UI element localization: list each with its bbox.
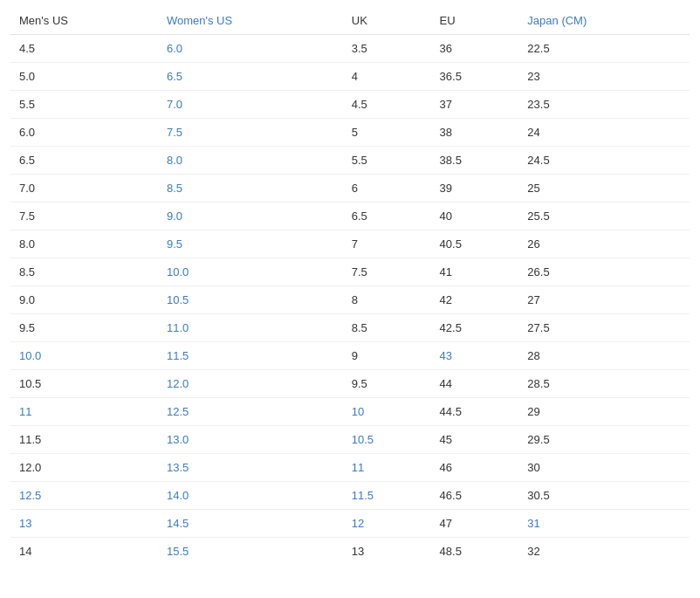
cell-mens: 12.0 bbox=[10, 454, 158, 482]
table-row: 7.59.06.54025.5 bbox=[10, 203, 690, 230]
cell-mens: 7.0 bbox=[10, 175, 158, 203]
header-womens-us: Women's US bbox=[158, 7, 343, 35]
cell-mens: 10.0 bbox=[10, 342, 158, 370]
cell-japan: 30.5 bbox=[518, 482, 690, 510]
cell-uk: 5.5 bbox=[343, 147, 431, 175]
cell-uk: 6 bbox=[343, 175, 431, 203]
table-row: 6.58.05.538.524.5 bbox=[10, 147, 690, 175]
cell-eu: 48.5 bbox=[431, 538, 519, 566]
cell-uk: 4.5 bbox=[343, 91, 431, 119]
cell-uk: 7 bbox=[343, 230, 431, 258]
cell-japan: 29.5 bbox=[518, 426, 690, 454]
cell-womens: 9.0 bbox=[158, 203, 343, 230]
cell-uk: 12 bbox=[343, 510, 431, 538]
cell-womens: 7.5 bbox=[158, 119, 343, 147]
cell-mens: 11.5 bbox=[10, 426, 158, 454]
header-japan: Japan (CM) bbox=[518, 7, 690, 35]
cell-uk: 7.5 bbox=[343, 258, 431, 286]
cell-mens: 6.0 bbox=[10, 119, 158, 147]
cell-japan: 31 bbox=[518, 510, 690, 538]
cell-japan: 28 bbox=[518, 342, 690, 370]
cell-eu: 37 bbox=[431, 91, 519, 119]
cell-japan: 27 bbox=[518, 286, 690, 314]
cell-eu: 39 bbox=[431, 175, 519, 203]
cell-japan: 32 bbox=[518, 538, 690, 566]
cell-japan: 26 bbox=[518, 230, 690, 258]
cell-uk: 9.5 bbox=[343, 370, 431, 398]
cell-womens: 11.0 bbox=[158, 314, 343, 342]
cell-womens: 14.0 bbox=[158, 482, 343, 510]
cell-japan: 29 bbox=[518, 398, 690, 426]
cell-uk: 3.5 bbox=[343, 35, 431, 63]
cell-uk: 9 bbox=[343, 342, 431, 370]
cell-mens: 14 bbox=[10, 538, 158, 566]
cell-uk: 13 bbox=[343, 538, 431, 566]
cell-japan: 30 bbox=[518, 454, 690, 482]
size-chart-container: Men's US Women's US UK EU Japan (CM) 4.5… bbox=[0, 0, 700, 572]
cell-womens: 12.5 bbox=[158, 398, 343, 426]
table-row: 1112.51044.529 bbox=[10, 398, 690, 426]
cell-mens: 8.0 bbox=[10, 230, 158, 258]
cell-eu: 42 bbox=[431, 286, 519, 314]
cell-eu: 44 bbox=[431, 370, 519, 398]
cell-eu: 40.5 bbox=[431, 230, 519, 258]
cell-uk: 8 bbox=[343, 286, 431, 314]
cell-mens: 9.0 bbox=[10, 286, 158, 314]
cell-womens: 6.5 bbox=[158, 63, 343, 91]
table-row: 6.07.553824 bbox=[10, 119, 690, 147]
table-row: 9.010.584227 bbox=[10, 286, 690, 314]
cell-eu: 45 bbox=[431, 426, 519, 454]
cell-mens: 12.5 bbox=[10, 482, 158, 510]
table-row: 10.011.594328 bbox=[10, 342, 690, 370]
cell-eu: 40 bbox=[431, 203, 519, 230]
cell-uk: 6.5 bbox=[343, 203, 431, 230]
size-chart-table: Men's US Women's US UK EU Japan (CM) 4.5… bbox=[10, 7, 690, 565]
table-row: 12.514.011.546.530.5 bbox=[10, 482, 690, 510]
cell-japan: 23 bbox=[518, 63, 690, 91]
cell-japan: 28.5 bbox=[518, 370, 690, 398]
cell-eu: 44.5 bbox=[431, 398, 519, 426]
cell-mens: 4.5 bbox=[10, 35, 158, 63]
cell-eu: 42.5 bbox=[431, 314, 519, 342]
cell-mens: 5.0 bbox=[10, 63, 158, 91]
table-header-row: Men's US Women's US UK EU Japan (CM) bbox=[10, 7, 690, 35]
cell-womens: 15.5 bbox=[158, 538, 343, 566]
cell-japan: 22.5 bbox=[518, 35, 690, 63]
cell-womens: 13.5 bbox=[158, 454, 343, 482]
header-eu: EU bbox=[431, 7, 519, 35]
cell-japan: 26.5 bbox=[518, 258, 690, 286]
cell-eu: 41 bbox=[431, 258, 519, 286]
cell-japan: 25 bbox=[518, 175, 690, 203]
table-row: 1415.51348.532 bbox=[10, 538, 690, 566]
table-row: 4.56.03.53622.5 bbox=[10, 35, 690, 63]
table-row: 5.06.5436.523 bbox=[10, 63, 690, 91]
cell-eu: 46.5 bbox=[431, 482, 519, 510]
cell-uk: 11 bbox=[343, 454, 431, 482]
cell-uk: 11.5 bbox=[343, 482, 431, 510]
table-row: 8.510.07.54126.5 bbox=[10, 258, 690, 286]
cell-uk: 4 bbox=[343, 63, 431, 91]
cell-mens: 5.5 bbox=[10, 91, 158, 119]
table-row: 8.09.5740.526 bbox=[10, 230, 690, 258]
cell-eu: 36 bbox=[431, 35, 519, 63]
table-row: 9.511.08.542.527.5 bbox=[10, 314, 690, 342]
cell-uk: 5 bbox=[343, 119, 431, 147]
cell-uk: 10 bbox=[343, 398, 431, 426]
cell-mens: 11 bbox=[10, 398, 158, 426]
cell-womens: 10.5 bbox=[158, 286, 343, 314]
cell-mens: 10.5 bbox=[10, 370, 158, 398]
cell-japan: 24 bbox=[518, 119, 690, 147]
cell-womens: 6.0 bbox=[158, 35, 343, 63]
cell-womens: 10.0 bbox=[158, 258, 343, 286]
cell-womens: 13.0 bbox=[158, 426, 343, 454]
cell-japan: 27.5 bbox=[518, 314, 690, 342]
cell-mens: 13 bbox=[10, 510, 158, 538]
cell-japan: 25.5 bbox=[518, 203, 690, 230]
header-uk: UK bbox=[343, 7, 431, 35]
cell-mens: 6.5 bbox=[10, 147, 158, 175]
table-row: 12.013.5114630 bbox=[10, 454, 690, 482]
cell-mens: 8.5 bbox=[10, 258, 158, 286]
cell-womens: 11.5 bbox=[158, 342, 343, 370]
table-row: 5.57.04.53723.5 bbox=[10, 91, 690, 119]
table-row: 10.512.09.54428.5 bbox=[10, 370, 690, 398]
